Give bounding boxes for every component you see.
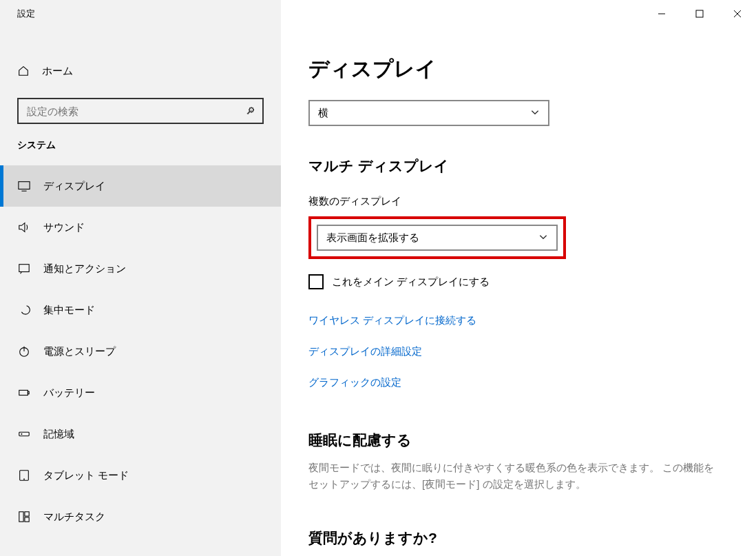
maximize-button[interactable] (680, 0, 718, 28)
sidebar-item-label: タブレット モード (43, 469, 129, 482)
sidebar-item-label: ディスプレイ (43, 180, 105, 193)
sidebar-item-label: マルチタスク (43, 511, 105, 524)
wireless-display-link[interactable]: ワイヤレス ディスプレイに接続する (308, 314, 728, 327)
graphics-settings-link[interactable]: グラフィックの設定 (308, 376, 728, 389)
chevron-down-icon (530, 107, 540, 119)
notification-icon (17, 262, 31, 276)
sidebar-item-label: バッテリー (43, 387, 95, 400)
sidebar-item-multitask[interactable]: マルチタスク (0, 496, 281, 537)
home-label: ホーム (42, 65, 73, 78)
sidebar-item-focus[interactable]: 集中モード (0, 289, 281, 331)
focus-icon (17, 303, 31, 317)
advanced-display-link[interactable]: ディスプレイの詳細設定 (308, 345, 728, 358)
sidebar-item-power[interactable]: 電源とスリープ (0, 331, 281, 372)
multitask-icon (17, 510, 31, 524)
page-title: ディスプレイ (308, 55, 728, 83)
sleep-description: 夜間モードでは、夜間に眠りに付きやすくする暖色系の色を表示できます。 この機能を… (308, 460, 722, 493)
home-link[interactable]: ホーム (0, 55, 281, 87)
multi-display-value: 表示画面を拡張する (326, 231, 419, 245)
svg-rect-17 (25, 517, 29, 522)
chevron-down-icon (538, 232, 548, 244)
svg-point-14 (24, 479, 25, 480)
svg-rect-16 (25, 512, 29, 516)
svg-rect-15 (19, 512, 23, 522)
svg-rect-10 (28, 391, 29, 394)
sidebar-item-tablet[interactable]: タブレット モード (0, 455, 281, 496)
tablet-icon (17, 469, 31, 482)
svg-rect-4 (19, 182, 30, 189)
sidebar-item-display[interactable]: ディスプレイ (0, 165, 281, 207)
svg-rect-1 (696, 10, 703, 17)
orientation-value: 横 (318, 107, 328, 120)
sidebar-item-battery[interactable]: バッテリー (0, 372, 281, 413)
sidebar-item-label: 記憶域 (43, 428, 74, 441)
svg-rect-11 (19, 432, 29, 435)
search-field[interactable] (27, 105, 246, 117)
sleep-heading: 睡眠に配慮する (308, 431, 728, 450)
sidebar: ホーム 🔍︎ システム ディスプレイ サウンド (0, 28, 281, 556)
multi-display-dropdown[interactable]: 表示画面を拡張する (317, 225, 558, 251)
main-display-checkbox-label: これをメイン ディスプレイにする (332, 276, 490, 289)
sidebar-item-notifications[interactable]: 通知とアクション (0, 248, 281, 289)
main-display-checkbox[interactable] (308, 274, 324, 289)
category-header: システム (0, 139, 281, 152)
multi-display-label: 複数のディスプレイ (308, 195, 728, 208)
orientation-dropdown[interactable]: 横 (308, 100, 549, 126)
search-icon: 🔍︎ (246, 105, 255, 116)
sidebar-item-label: サウンド (43, 221, 85, 234)
sidebar-item-label: 通知とアクション (43, 262, 126, 276)
home-icon (17, 65, 30, 77)
sidebar-item-label: 電源とスリープ (43, 345, 116, 358)
power-icon (17, 344, 31, 358)
storage-icon (17, 427, 31, 441)
question-heading: 質問がありますか? (308, 528, 728, 548)
svg-rect-6 (19, 265, 29, 272)
multi-display-heading: マルチ ディスプレイ (308, 156, 728, 176)
sidebar-item-sound[interactable]: サウンド (0, 207, 281, 248)
sound-icon (17, 220, 31, 234)
svg-rect-9 (19, 390, 28, 395)
battery-icon (17, 386, 31, 400)
svg-point-12 (21, 434, 22, 435)
minimize-button[interactable] (642, 0, 680, 28)
close-button[interactable] (718, 0, 756, 28)
window-title: 設定 (0, 8, 35, 20)
display-icon (17, 179, 31, 193)
sidebar-item-label: 集中モード (43, 304, 95, 317)
highlight-annotation: 表示画面を拡張する (308, 216, 566, 259)
main-content: ディスプレイ 横 マルチ ディスプレイ 複数のディスプレイ 表示画面を拡張する … (281, 28, 756, 556)
sidebar-item-storage[interactable]: 記憶域 (0, 413, 281, 455)
search-input[interactable]: 🔍︎ (17, 98, 264, 124)
